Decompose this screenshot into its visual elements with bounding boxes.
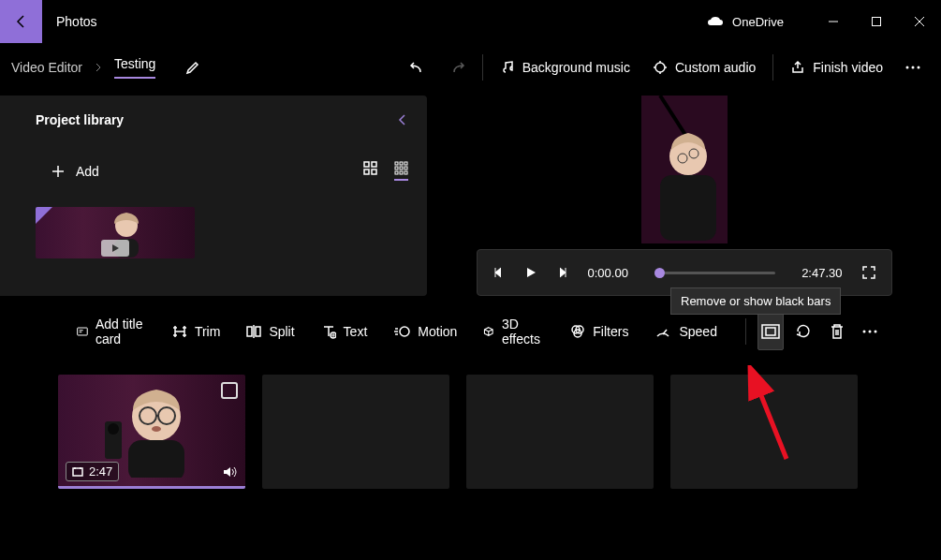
undo-button[interactable] <box>400 52 435 83</box>
svg-rect-26 <box>660 175 716 241</box>
close-button[interactable] <box>898 0 941 43</box>
text-icon <box>321 324 336 339</box>
finish-video-button[interactable]: Finish video <box>781 52 892 82</box>
black-bars-button[interactable] <box>757 313 784 350</box>
speed-button[interactable]: Speed <box>645 317 726 346</box>
storyboard-empty-slot[interactable] <box>262 375 449 489</box>
onedrive-label: OneDrive <box>732 15 784 29</box>
split-label: Split <box>269 324 294 339</box>
clip-duration[interactable]: 2:47 <box>66 462 119 481</box>
trim-button[interactable]: Trim <box>163 317 229 346</box>
back-button[interactable] <box>0 0 42 43</box>
split-button[interactable]: Split <box>237 317 303 346</box>
rename-button[interactable] <box>185 60 200 75</box>
trim-label: Trim <box>195 324 220 339</box>
duration-icon <box>72 466 83 478</box>
collapse-library-button[interactable] <box>397 113 408 126</box>
rotate-button[interactable] <box>791 313 816 350</box>
svg-rect-12 <box>404 162 407 165</box>
crop-icon <box>761 324 780 339</box>
music-icon <box>500 60 515 75</box>
motion-button[interactable]: Motion <box>384 317 466 346</box>
svg-point-2 <box>655 63 665 72</box>
text-button[interactable]: Text <box>312 317 377 346</box>
redo-button <box>439 52 475 83</box>
svg-rect-18 <box>404 171 407 174</box>
svg-point-5 <box>918 66 920 69</box>
breadcrumb-root[interactable]: Video Editor <box>11 60 82 75</box>
plus-icon <box>51 165 65 178</box>
svg-rect-35 <box>762 325 779 338</box>
custom-audio-button[interactable]: Custom audio <box>643 52 765 82</box>
svg-point-39 <box>875 331 877 333</box>
video-corner-badge <box>36 207 52 224</box>
svg-point-47 <box>108 423 119 435</box>
play-icon <box>101 240 129 257</box>
svg-point-31 <box>400 327 409 336</box>
svg-rect-15 <box>404 167 407 169</box>
view-small-button[interactable] <box>394 161 408 181</box>
finish-label: Finish video <box>813 60 883 75</box>
current-time: 0:00.00 <box>588 266 628 280</box>
ellipsis-icon <box>862 330 877 333</box>
video-preview[interactable] <box>555 96 814 243</box>
bg-music-label: Background music <box>522 60 630 75</box>
breadcrumb: Video Editor Testing <box>11 56 200 79</box>
library-title: Project library <box>36 112 124 127</box>
prev-frame-button[interactable] <box>493 266 506 279</box>
clip-select-checkbox[interactable] <box>221 382 238 399</box>
svg-rect-36 <box>766 328 775 335</box>
split-icon <box>246 324 261 339</box>
storyboard-empty-slot[interactable] <box>466 375 654 489</box>
speed-icon <box>654 325 671 338</box>
svg-rect-11 <box>400 162 403 165</box>
title-card-label: Add title card <box>96 317 146 346</box>
trash-icon <box>830 323 845 340</box>
view-large-button[interactable] <box>363 161 377 181</box>
progress-bar[interactable] <box>654 272 775 274</box>
tooltip: Remove or show black bars <box>670 287 841 315</box>
svg-rect-7 <box>372 162 376 167</box>
library-clip[interactable] <box>36 207 195 258</box>
custom-audio-label: Custom audio <box>675 60 756 75</box>
storyboard-clip[interactable]: 2:47 <box>58 375 245 489</box>
breadcrumb-project[interactable]: Testing <box>114 56 155 79</box>
project-library-panel: Project library Add <box>0 96 427 296</box>
motion-label: Motion <box>418 324 457 339</box>
export-icon <box>790 60 805 75</box>
svg-point-37 <box>863 331 866 333</box>
motion-icon <box>393 325 410 338</box>
background-music-button[interactable]: Background music <box>491 52 640 82</box>
storyboard-more-button[interactable] <box>858 313 883 350</box>
play-button[interactable] <box>524 266 537 279</box>
svg-rect-16 <box>395 171 398 174</box>
svg-rect-27 <box>78 328 88 335</box>
filters-button[interactable]: Filters <box>561 317 638 346</box>
add-title-card-button[interactable]: Add title card <box>67 309 155 354</box>
fullscreen-button[interactable] <box>861 265 876 280</box>
more-button[interactable] <box>896 58 930 77</box>
effects-label: 3D effects <box>502 317 544 346</box>
3d-effects-button[interactable]: 3D effects <box>474 309 553 354</box>
app-title: Photos <box>42 14 97 29</box>
svg-rect-28 <box>247 327 252 336</box>
3d-icon <box>483 324 494 339</box>
total-time: 2:47.30 <box>801 266 842 280</box>
svg-rect-10 <box>395 162 398 165</box>
maximize-button[interactable] <box>855 0 898 43</box>
svg-point-44 <box>152 426 161 432</box>
delete-button[interactable] <box>824 313 849 350</box>
minimize-button[interactable] <box>812 0 855 43</box>
speed-label: Speed <box>679 324 716 339</box>
chevron-right-icon <box>94 63 103 72</box>
ellipsis-icon <box>905 66 920 69</box>
cloud-icon <box>706 15 725 28</box>
audio-icon <box>653 60 668 75</box>
svg-point-4 <box>912 66 915 69</box>
next-frame-button[interactable] <box>556 266 569 279</box>
svg-rect-8 <box>364 169 369 174</box>
add-media-button[interactable]: Add <box>36 164 99 179</box>
storyboard-empty-slot[interactable] <box>670 375 858 489</box>
rotate-icon <box>795 323 812 340</box>
onedrive-button[interactable]: OneDrive <box>706 15 812 29</box>
